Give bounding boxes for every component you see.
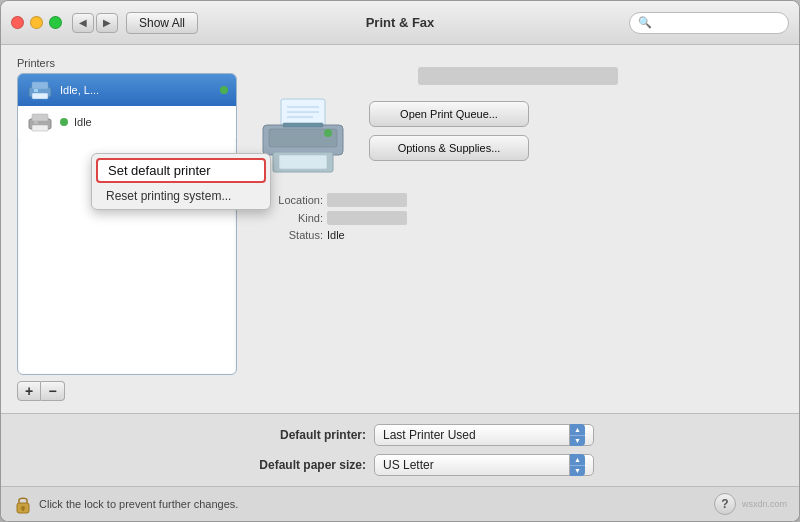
- default-printer-stepper[interactable]: ▲ ▼: [569, 424, 585, 446]
- printer-name-bar: [418, 67, 618, 85]
- context-set-default[interactable]: Set default printer: [96, 158, 266, 183]
- lock-status-text: Click the lock to prevent further change…: [39, 498, 238, 510]
- add-printer-button[interactable]: +: [17, 381, 41, 401]
- context-reset-printing[interactable]: Reset printing system...: [92, 185, 270, 207]
- status-bar: Click the lock to prevent further change…: [1, 486, 799, 521]
- default-printer-label: Default printer:: [206, 428, 366, 442]
- printers-panel: Printers Idle, L...: [17, 57, 237, 401]
- options-supplies-button[interactable]: Options & Supplies...: [369, 135, 529, 161]
- default-paper-dropdown[interactable]: US Letter ▲ ▼: [374, 454, 594, 476]
- forward-button[interactable]: ▶: [96, 13, 118, 33]
- status-label: Status:: [253, 229, 323, 241]
- status-value: Idle: [327, 229, 345, 241]
- main-content: Printers Idle, L...: [1, 45, 799, 413]
- svg-rect-1: [32, 82, 48, 89]
- remove-printer-button[interactable]: −: [41, 381, 65, 401]
- titlebar: ◀ ▶ Show All Print & Fax 🔍: [1, 1, 799, 45]
- help-button[interactable]: ?: [714, 493, 736, 515]
- printer-icon-selected: [26, 79, 54, 101]
- svg-rect-7: [34, 121, 38, 124]
- selected-printer-name: Idle, L...: [60, 84, 214, 96]
- lock-svg: [14, 493, 32, 515]
- main-window: ◀ ▶ Show All Print & Fax 🔍 Printers: [0, 0, 800, 522]
- default-printer-row: Default printer: Last Printer Used ▲ ▼: [21, 424, 779, 446]
- svg-rect-2: [32, 93, 48, 99]
- svg-rect-17: [283, 123, 323, 127]
- right-panel: Open Print Queue... Options & Supplies..…: [253, 57, 783, 401]
- panel-controls: + −: [17, 381, 237, 401]
- svg-rect-20: [22, 508, 24, 511]
- paper-stepper-down[interactable]: ▼: [570, 466, 585, 477]
- kind-value-bar: [327, 211, 407, 225]
- detail-buttons: Open Print Queue... Options & Supplies..…: [369, 101, 529, 161]
- stepper-up[interactable]: ▲: [570, 424, 585, 436]
- svg-rect-15: [279, 155, 327, 169]
- nav-buttons: ◀ ▶: [72, 13, 118, 33]
- svg-rect-6: [32, 125, 48, 131]
- close-button[interactable]: [11, 16, 24, 29]
- default-printer-dropdown[interactable]: Last Printer Used ▲ ▼: [374, 424, 594, 446]
- search-icon: 🔍: [638, 16, 652, 29]
- context-menu: Set default printer Reset printing syste…: [91, 153, 271, 210]
- minimize-button[interactable]: [30, 16, 43, 29]
- location-row: Location:: [253, 193, 783, 207]
- maximize-button[interactable]: [49, 16, 62, 29]
- kind-label: Kind:: [253, 212, 323, 224]
- svg-rect-5: [32, 114, 48, 121]
- bottom-bar: Default printer: Last Printer Used ▲ ▼ D…: [1, 413, 799, 486]
- wsxdn-badge: wsxdn.com: [742, 499, 787, 509]
- status-row: Status: Idle: [253, 229, 783, 241]
- svg-rect-3: [34, 89, 38, 92]
- stepper-down[interactable]: ▼: [570, 436, 585, 447]
- printer-2-status-dot: [60, 118, 68, 126]
- paper-stepper-up[interactable]: ▲: [570, 454, 585, 466]
- back-button[interactable]: ◀: [72, 13, 94, 33]
- default-paper-value: US Letter: [383, 458, 434, 472]
- default-paper-stepper[interactable]: ▲ ▼: [569, 454, 585, 476]
- printer-2-name: Idle: [74, 116, 228, 128]
- lock-icon[interactable]: [13, 493, 33, 515]
- default-paper-row: Default paper size: US Letter ▲ ▼: [21, 454, 779, 476]
- kind-row: Kind:: [253, 211, 783, 225]
- printers-label: Printers: [17, 57, 237, 69]
- lock-area[interactable]: Click the lock to prevent further change…: [13, 493, 238, 515]
- printer-item-selected[interactable]: Idle, L...: [18, 74, 236, 106]
- window-title: Print & Fax: [366, 15, 435, 30]
- printer-item-2[interactable]: Idle: [18, 106, 236, 138]
- location-value-bar: [327, 193, 407, 207]
- search-box[interactable]: 🔍: [629, 12, 789, 34]
- open-print-queue-button[interactable]: Open Print Queue...: [369, 101, 529, 127]
- selected-printer-status-dot: [220, 86, 228, 94]
- printer-icon-2: [26, 111, 54, 133]
- traffic-lights: [11, 16, 62, 29]
- printers-list: Idle, L... Idle: [17, 73, 237, 375]
- svg-point-16: [324, 129, 332, 137]
- default-printer-value: Last Printer Used: [383, 428, 476, 442]
- info-rows: Location: Kind: Status: Idle: [253, 193, 783, 241]
- printer-detail-area: Open Print Queue... Options & Supplies..…: [253, 97, 783, 177]
- show-all-button[interactable]: Show All: [126, 12, 198, 34]
- default-paper-label: Default paper size:: [206, 458, 366, 472]
